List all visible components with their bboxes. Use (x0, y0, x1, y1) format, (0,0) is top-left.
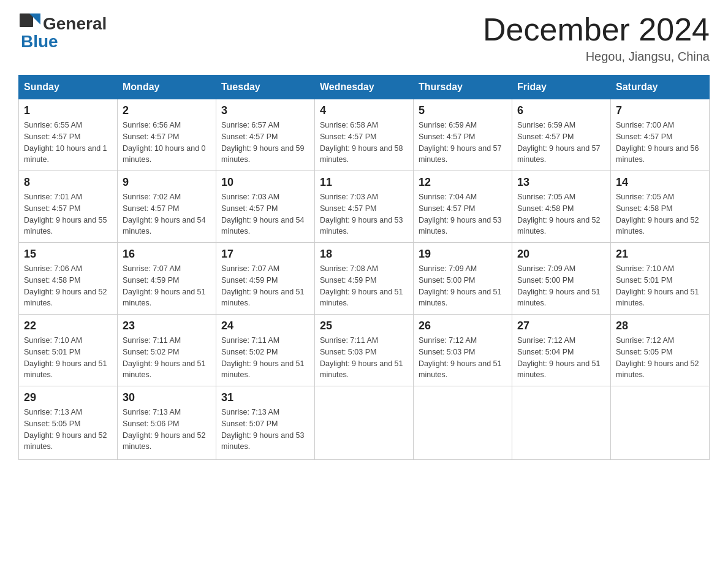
title-area: December 2024 Hegou, Jiangsu, China (483, 12, 710, 64)
svg-rect-0 (20, 13, 33, 27)
day-number: 2 (123, 104, 211, 117)
logo-blue-text: Blue (18, 32, 58, 52)
day-header-wednesday: Wednesday (315, 75, 414, 99)
day-info: Sunrise: 7:05 AMSunset: 4:58 PMDaylight:… (517, 193, 601, 236)
day-cell (512, 386, 611, 460)
day-number: 20 (517, 248, 605, 261)
day-info: Sunrise: 6:57 AMSunset: 4:57 PMDaylight:… (221, 121, 305, 164)
calendar-table: SundayMondayTuesdayWednesdayThursdayFrid… (18, 75, 710, 460)
day-number: 30 (123, 391, 211, 404)
week-row-3: 15 Sunrise: 7:06 AMSunset: 4:58 PMDaylig… (19, 243, 710, 315)
day-number: 28 (616, 320, 704, 332)
day-info: Sunrise: 7:05 AMSunset: 4:58 PMDaylight:… (616, 193, 699, 236)
day-cell: 26 Sunrise: 7:12 AMSunset: 5:03 PMDaylig… (414, 315, 512, 386)
day-info: Sunrise: 7:03 AMSunset: 4:57 PMDaylight:… (320, 193, 403, 236)
day-info: Sunrise: 7:08 AMSunset: 4:59 PMDaylight:… (320, 264, 403, 307)
day-info: Sunrise: 7:09 AMSunset: 5:00 PMDaylight:… (517, 264, 601, 307)
day-number: 8 (24, 176, 112, 189)
day-info: Sunrise: 7:10 AMSunset: 5:01 PMDaylight:… (616, 264, 699, 307)
day-cell: 8 Sunrise: 7:01 AMSunset: 4:57 PMDayligh… (19, 171, 118, 243)
day-info: Sunrise: 6:59 AMSunset: 4:57 PMDaylight:… (419, 121, 502, 164)
day-number: 21 (616, 248, 704, 261)
day-info: Sunrise: 7:07 AMSunset: 4:59 PMDaylight:… (123, 264, 206, 307)
day-cell: 6 Sunrise: 6:59 AMSunset: 4:57 PMDayligh… (512, 99, 611, 171)
day-header-saturday: Saturday (611, 75, 710, 99)
day-number: 5 (419, 104, 507, 117)
day-cell: 17 Sunrise: 7:07 AMSunset: 4:59 PMDaylig… (216, 243, 315, 315)
day-info: Sunrise: 7:11 AMSunset: 5:02 PMDaylight:… (123, 336, 206, 379)
day-cell: 25 Sunrise: 7:11 AMSunset: 5:03 PMDaylig… (315, 315, 414, 386)
day-cell: 12 Sunrise: 7:04 AMSunset: 4:57 PMDaylig… (414, 171, 512, 243)
day-cell: 11 Sunrise: 7:03 AMSunset: 4:57 PMDaylig… (315, 171, 414, 243)
day-info: Sunrise: 7:13 AMSunset: 5:07 PMDaylight:… (221, 408, 305, 451)
day-info: Sunrise: 6:55 AMSunset: 4:57 PMDaylight:… (24, 121, 107, 164)
week-row-2: 8 Sunrise: 7:01 AMSunset: 4:57 PMDayligh… (19, 171, 710, 243)
day-number: 12 (419, 176, 507, 189)
day-cell: 30 Sunrise: 7:13 AMSunset: 5:06 PMDaylig… (118, 386, 216, 460)
day-info: Sunrise: 7:01 AMSunset: 4:57 PMDaylight:… (24, 193, 107, 236)
day-number: 24 (221, 320, 309, 332)
day-number: 6 (517, 104, 605, 117)
day-number: 9 (123, 176, 211, 189)
day-cell: 5 Sunrise: 6:59 AMSunset: 4:57 PMDayligh… (414, 99, 512, 171)
day-cell: 1 Sunrise: 6:55 AMSunset: 4:57 PMDayligh… (19, 99, 118, 171)
day-info: Sunrise: 6:56 AMSunset: 4:57 PMDaylight:… (123, 121, 206, 164)
day-number: 1 (24, 104, 112, 117)
day-cell: 9 Sunrise: 7:02 AMSunset: 4:57 PMDayligh… (118, 171, 216, 243)
day-number: 18 (320, 248, 408, 261)
day-cell: 7 Sunrise: 7:00 AMSunset: 4:57 PMDayligh… (611, 99, 710, 171)
day-info: Sunrise: 6:58 AMSunset: 4:57 PMDaylight:… (320, 121, 403, 164)
day-header-sunday: Sunday (19, 75, 118, 99)
day-cell: 29 Sunrise: 7:13 AMSunset: 5:05 PMDaylig… (19, 386, 118, 460)
day-info: Sunrise: 7:07 AMSunset: 4:59 PMDaylight:… (221, 264, 305, 307)
day-cell: 20 Sunrise: 7:09 AMSunset: 5:00 PMDaylig… (512, 243, 611, 315)
day-number: 25 (320, 320, 408, 332)
day-info: Sunrise: 7:13 AMSunset: 5:05 PMDaylight:… (24, 408, 107, 451)
day-cell: 16 Sunrise: 7:07 AMSunset: 4:59 PMDaylig… (118, 243, 216, 315)
day-cell (315, 386, 414, 460)
day-info: Sunrise: 7:12 AMSunset: 5:04 PMDaylight:… (517, 336, 601, 379)
day-number: 17 (221, 248, 309, 261)
calendar-body: 1 Sunrise: 6:55 AMSunset: 4:57 PMDayligh… (19, 99, 710, 460)
day-info: Sunrise: 7:02 AMSunset: 4:57 PMDaylight:… (123, 193, 206, 236)
day-cell: 3 Sunrise: 6:57 AMSunset: 4:57 PMDayligh… (216, 99, 315, 171)
day-header-friday: Friday (512, 75, 611, 99)
day-info: Sunrise: 7:11 AMSunset: 5:03 PMDaylight:… (320, 336, 403, 379)
day-info: Sunrise: 7:10 AMSunset: 5:01 PMDaylight:… (24, 336, 107, 379)
day-cell: 27 Sunrise: 7:12 AMSunset: 5:04 PMDaylig… (512, 315, 611, 386)
day-number: 16 (123, 248, 211, 261)
day-cell: 19 Sunrise: 7:09 AMSunset: 5:00 PMDaylig… (414, 243, 512, 315)
day-cell: 13 Sunrise: 7:05 AMSunset: 4:58 PMDaylig… (512, 171, 611, 243)
day-number: 7 (616, 104, 704, 117)
day-info: Sunrise: 7:00 AMSunset: 4:57 PMDaylight:… (616, 121, 699, 164)
day-number: 4 (320, 104, 408, 117)
day-cell: 15 Sunrise: 7:06 AMSunset: 4:58 PMDaylig… (19, 243, 118, 315)
day-number: 23 (123, 320, 211, 332)
page-header: General Blue December 2024 Hegou, Jiangs… (18, 12, 710, 64)
day-number: 10 (221, 176, 309, 189)
month-title: December 2024 (483, 12, 710, 47)
day-header-thursday: Thursday (414, 75, 512, 99)
day-cell (414, 386, 512, 460)
calendar-header: SundayMondayTuesdayWednesdayThursdayFrid… (19, 75, 710, 99)
day-cell: 23 Sunrise: 7:11 AMSunset: 5:02 PMDaylig… (118, 315, 216, 386)
day-cell: 22 Sunrise: 7:10 AMSunset: 5:01 PMDaylig… (19, 315, 118, 386)
day-cell: 10 Sunrise: 7:03 AMSunset: 4:57 PMDaylig… (216, 171, 315, 243)
day-info: Sunrise: 7:09 AMSunset: 5:00 PMDaylight:… (419, 264, 502, 307)
week-row-1: 1 Sunrise: 6:55 AMSunset: 4:57 PMDayligh… (19, 99, 710, 171)
week-row-4: 22 Sunrise: 7:10 AMSunset: 5:01 PMDaylig… (19, 315, 710, 386)
day-number: 27 (517, 320, 605, 332)
day-number: 19 (419, 248, 507, 261)
day-number: 14 (616, 176, 704, 189)
day-cell: 21 Sunrise: 7:10 AMSunset: 5:01 PMDaylig… (611, 243, 710, 315)
day-number: 31 (221, 391, 309, 404)
day-info: Sunrise: 7:03 AMSunset: 4:57 PMDaylight:… (221, 193, 305, 236)
day-info: Sunrise: 7:04 AMSunset: 4:57 PMDaylight:… (419, 193, 502, 236)
day-info: Sunrise: 7:12 AMSunset: 5:03 PMDaylight:… (419, 336, 502, 379)
day-number: 29 (24, 391, 112, 404)
day-header-monday: Monday (118, 75, 216, 99)
day-number: 3 (221, 104, 309, 117)
day-number: 15 (24, 248, 112, 261)
week-row-5: 29 Sunrise: 7:13 AMSunset: 5:05 PMDaylig… (19, 386, 710, 460)
day-number: 26 (419, 320, 507, 332)
